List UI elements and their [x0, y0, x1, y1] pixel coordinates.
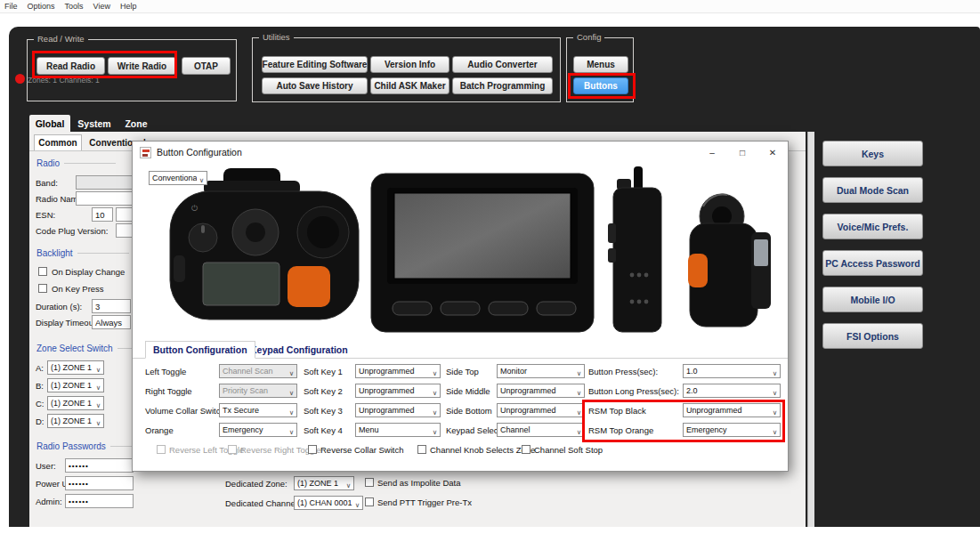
menu-help[interactable]: Help — [120, 2, 137, 11]
reverse-collar-switch-checkbox[interactable] — [308, 445, 317, 454]
auto-save-history-button[interactable]: Auto Save History — [262, 77, 368, 94]
button-long-press-select[interactable]: 2.0 — [683, 384, 781, 398]
send-ptt-trigger-checkbox[interactable] — [365, 497, 374, 506]
tab-global[interactable]: Global — [29, 115, 70, 132]
menus-button[interactable]: Menus — [573, 56, 628, 73]
status-indicator-icon — [15, 74, 25, 84]
keypad-select-label: Keypad Select — [446, 425, 500, 435]
zones-channels-status: Zones: 1 Channels: 1 — [28, 76, 100, 85]
soft-key-3-label: Soft Key 3 — [304, 406, 343, 416]
dedicated-zone-label: Dedicated Zone: — [225, 479, 288, 489]
chevron-down-icon — [430, 384, 440, 398]
display-timeout-field[interactable]: Always — [92, 315, 131, 329]
chevron-down-icon — [93, 414, 103, 428]
dual-mode-scan-button[interactable]: Dual Mode Scan — [822, 177, 923, 203]
chevron-down-icon — [287, 423, 296, 437]
tab-zone[interactable]: Zone — [118, 115, 154, 132]
dedicated-channel-select[interactable]: (1) CHAN 0001 — [294, 496, 363, 510]
admin-password-label: Admin: — [36, 497, 62, 506]
rsm-top-black-select[interactable]: Unprogrammed — [683, 403, 781, 417]
tab-system[interactable]: System — [72, 115, 117, 132]
config-group: Config Menus Buttons — [566, 37, 634, 102]
soft-key-3-select[interactable]: Unprogrammed — [355, 403, 441, 417]
power-up-password-field[interactable]: •••••• — [65, 476, 134, 490]
write-radio-button[interactable]: Write Radio — [108, 57, 176, 75]
chevron-down-icon — [430, 403, 440, 417]
esn-prefix-field[interactable]: 10 — [92, 207, 113, 222]
buttons-button[interactable]: Buttons — [573, 77, 628, 94]
send-impolite-data-checkbox[interactable] — [365, 478, 374, 487]
zone-c-label: C: — [36, 399, 45, 408]
menu-tools[interactable]: Tools — [65, 2, 84, 11]
admin-password-field[interactable]: •••••• — [65, 494, 134, 508]
soft-key-4-select[interactable]: Menu — [355, 423, 441, 437]
mobile-io-button[interactable]: Mobile I/O — [822, 287, 923, 312]
menu-view[interactable]: View — [93, 2, 110, 11]
radio-device-images: ⏻ — [147, 166, 775, 339]
close-button[interactable]: ✕ — [757, 142, 788, 164]
rsm-top-black-label: RSM Top Black — [588, 406, 646, 416]
fsi-options-button[interactable]: FSI Options — [822, 323, 923, 349]
keypad-select-select[interactable]: Channel — [497, 423, 585, 437]
button-press-select[interactable]: 1.0 — [683, 364, 781, 378]
zone-d-select[interactable]: (1) ZONE 1 — [47, 414, 104, 428]
button-press-label: Button Press(sec): — [588, 367, 658, 376]
zone-b-label: B: — [36, 381, 44, 391]
side-top-select[interactable]: Monitor — [497, 364, 585, 378]
subtab-common[interactable]: Common — [34, 134, 82, 150]
minimize-button[interactable]: – — [697, 142, 727, 164]
batch-programming-button[interactable]: Batch Programming — [452, 77, 553, 94]
maximize-button[interactable]: □ — [727, 142, 757, 164]
reverse-left-toggle-checkbox — [157, 445, 166, 454]
send-ptt-trigger-label: Send PTT Trigger Pre-Tx — [377, 497, 472, 507]
on-key-press-checkbox[interactable] — [38, 284, 47, 293]
chevron-down-icon — [770, 423, 780, 437]
orange-button-select[interactable]: Emergency — [219, 423, 297, 437]
side-middle-select[interactable]: Unprogrammed — [497, 384, 585, 398]
voice-mic-prefs-button[interactable]: Voice/Mic Prefs. — [822, 214, 923, 239]
channel-soft-stop-checkbox[interactable] — [522, 445, 530, 454]
zone-c-select[interactable]: (1) ZONE 1 — [47, 396, 104, 410]
side-top-label: Side Top — [446, 367, 479, 376]
soft-key-2-select[interactable]: Unprogrammed — [355, 384, 441, 398]
audio-converter-button[interactable]: Audio Converter — [452, 56, 553, 73]
chevron-down-icon — [430, 364, 440, 378]
volume-collar-switch-select[interactable]: Tx Secure — [219, 403, 297, 417]
grid-row-1: Left Toggle Channel Scan Soft Key 1 Unpr… — [133, 362, 788, 382]
mode-select[interactable]: Conventional — [149, 171, 207, 185]
chevron-down-icon — [93, 378, 103, 392]
right-toggle-label: Right Toggle — [145, 386, 192, 396]
pc-access-password-button[interactable]: PC Access Password — [822, 250, 923, 276]
side-bottom-select[interactable]: Unprogrammed — [497, 403, 585, 417]
chevron-down-icon — [574, 384, 584, 398]
menu-file[interactable]: File — [4, 2, 18, 11]
tab-button-configuration[interactable]: Button Configuration — [145, 341, 255, 359]
grid-row-3: Volume Collar Switch Tx Secure Soft Key … — [133, 401, 788, 421]
channel-knob-selects-zone-checkbox[interactable] — [417, 445, 426, 454]
keys-button[interactable]: Keys — [822, 141, 923, 166]
zone-a-select[interactable]: (1) ZONE 1 — [47, 360, 104, 375]
code-plug-version-label: Code Plug Version: — [36, 226, 108, 236]
feature-editing-software-button[interactable]: Feature Editing Software — [262, 56, 368, 73]
dedicated-zone-select[interactable]: (1) ZONE 1 — [294, 476, 354, 490]
dialog-app-icon — [140, 147, 151, 158]
chevron-down-icon — [352, 496, 362, 510]
read-write-group: Read / Write Read Radio Write Radio OTAP — [27, 39, 237, 101]
reverse-right-toggle-checkbox — [228, 445, 237, 454]
dialog-title-bar[interactable]: Button Configuration – □ ✕ — [133, 142, 788, 164]
version-info-button[interactable]: Version Info — [370, 56, 450, 73]
tab-keypad-configuration[interactable]: Keypad Configuration — [243, 341, 355, 359]
duration-field[interactable]: 3 — [92, 299, 131, 313]
otap-button[interactable]: OTAP — [182, 57, 231, 75]
soft-key-1-select[interactable]: Unprogrammed — [355, 364, 441, 378]
menu-bar: File Options Tools View Help — [0, 0, 980, 13]
vertical-scrollbar[interactable] — [807, 132, 814, 527]
menu-options[interactable]: Options — [28, 2, 55, 11]
rsm-top-orange-select[interactable]: Emergency — [683, 423, 781, 437]
on-display-change-checkbox[interactable] — [38, 267, 47, 276]
zone-b-select[interactable]: (1) ZONE 1 — [47, 378, 104, 392]
user-password-field[interactable]: •••••• — [65, 458, 134, 473]
child-ask-maker-button[interactable]: Child ASK Maker — [370, 77, 450, 94]
zone-d-label: D: — [36, 417, 45, 426]
read-radio-button[interactable]: Read Radio — [36, 57, 105, 75]
